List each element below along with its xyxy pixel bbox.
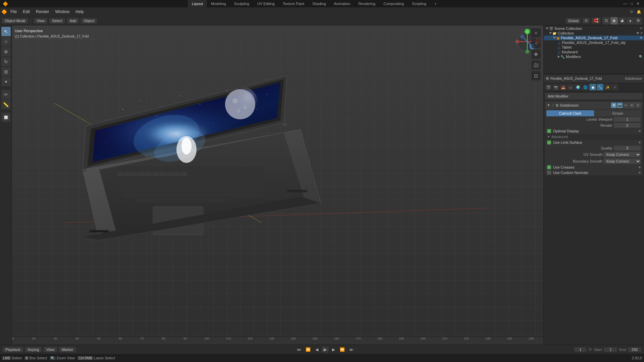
zoom-out-btn[interactable]: − [531, 39, 541, 48]
viewport-options-btn[interactable]: ⚙ [635, 17, 642, 24]
obj-vis[interactable]: 👁 [640, 36, 643, 40]
mod-expand-icon[interactable]: ▼ [547, 104, 550, 107]
viewport-shading-render[interactable]: ● [627, 17, 634, 24]
col-sel[interactable]: ↗ [640, 32, 643, 35]
tool-cursor[interactable]: ⊹ [1, 37, 11, 46]
tab-shading[interactable]: Shading [308, 0, 330, 7]
tree-main-obj[interactable]: ▣ Flexible_ASUS_Zenbook_17_Fold 👁 [544, 36, 644, 40]
snap-toggle[interactable]: 🧲 [592, 18, 600, 23]
mod-render-icon[interactable]: 📷 [617, 103, 623, 108]
add-menu[interactable]: Add [67, 18, 79, 23]
viewport-shading-wire[interactable]: ⊡ [602, 17, 610, 24]
props-physics-icon[interactable]: ⚛ [611, 84, 618, 90]
view-menu[interactable]: View [34, 18, 47, 23]
camera-btn[interactable]: 🎥 [531, 60, 541, 70]
tree-collection[interactable]: 📁 Collection 👁 ↗ [544, 31, 644, 36]
transform-orient[interactable]: Global [566, 18, 581, 23]
marker-menu[interactable]: Marker [59, 347, 76, 352]
mod-realtime-icon[interactable]: 👁 [611, 103, 616, 108]
next-keyframe-btn[interactable]: ⏩ [338, 347, 346, 353]
viewport-shading-solid[interactable]: ◉ [610, 17, 618, 24]
props-scene-icon[interactable]: 🎬 [545, 84, 552, 90]
select-menu[interactable]: Select [49, 18, 65, 23]
minimize-btn[interactable]: — [622, 1, 628, 6]
mod-editmode-icon[interactable]: ✏ [623, 103, 629, 108]
mod-close-icon[interactable]: ✕ [635, 103, 641, 108]
tree-modifiers[interactable]: 🔧 Modifiers 🔍 [544, 54, 644, 59]
header-icon-1[interactable]: ⚙ [629, 9, 635, 15]
tab-sculpting[interactable]: Sculpting [230, 0, 253, 7]
timeline-ruler-area[interactable]: 10 20 30 40 50 60 70 80 90 100 110 120 1… [0, 337, 543, 345]
menu-edit[interactable]: Edit [20, 9, 33, 15]
boundary-smooth-select[interactable]: Keep Corners [604, 159, 641, 164]
end-frame-input[interactable] [628, 347, 641, 352]
tree-tablet[interactable]: △ Tablet [544, 45, 644, 50]
pan-btn[interactable]: ✥ [531, 50, 541, 59]
tab-scripting[interactable]: Scripting [408, 0, 430, 7]
jump-start-btn[interactable]: ⏮ [296, 347, 302, 353]
playback-menu[interactable]: Playback [3, 347, 23, 352]
props-scene-props-icon[interactable]: 🌍 [575, 84, 581, 90]
transform-pivot[interactable]: ⊙ [583, 18, 590, 23]
3d-viewport[interactable]: X Y Z User Perspective (1) Collection | … [12, 25, 543, 353]
props-output-icon[interactable]: 📤 [560, 84, 567, 90]
modifier-search-icon[interactable]: 🔍 [639, 55, 643, 58]
tab-compositing[interactable]: Compositing [379, 0, 408, 7]
maximize-btn[interactable]: □ [630, 1, 634, 6]
menu-file[interactable]: File [8, 9, 19, 15]
tool-scale[interactable]: ⊞ [1, 67, 11, 76]
catmull-clark-tab[interactable]: Catmull-Clark [546, 110, 594, 116]
levels-viewport-input[interactable] [614, 117, 641, 122]
tool-rotate[interactable]: ↻ [1, 57, 11, 66]
visibility-icon[interactable]: 👁 [640, 27, 643, 30]
add-modifier-button[interactable]: Add Modifier [545, 93, 643, 100]
props-world-icon[interactable]: 🌐 [582, 84, 589, 90]
tab-uv-editing[interactable]: UV Editing [253, 0, 279, 7]
use-custom-normals-checkbox[interactable] [547, 171, 551, 175]
tab-modeling[interactable]: Modeling [207, 0, 230, 7]
tool-transform[interactable]: ✦ [1, 77, 11, 86]
menu-help[interactable]: Help [73, 9, 87, 15]
mod-check-icon[interactable]: ✓ [551, 103, 554, 108]
optimal-display-checkbox[interactable]: ✓ [547, 129, 551, 133]
tree-keyboard[interactable]: △ Keyboard [544, 50, 644, 54]
props-particles-icon[interactable]: ✨ [604, 84, 611, 90]
mode-dropdown[interactable]: Object Mode [2, 18, 28, 23]
tool-measure[interactable]: 📏 [1, 100, 11, 109]
tab-texture-paint[interactable]: Texture Paint [279, 0, 308, 7]
view-menu-timeline[interactable]: View [44, 347, 57, 352]
props-modifier-icon[interactable]: 🔧 [597, 84, 603, 90]
jump-end-btn[interactable]: ⏭ [348, 347, 355, 353]
tree-fold-obj[interactable]: △ Flexible_ASUS_Zenbook_17_Fold_obj [544, 40, 644, 45]
viewport-shading-material[interactable]: ◕ [619, 17, 626, 24]
props-view-layer-icon[interactable]: 🗂 [567, 84, 574, 90]
close-btn[interactable]: ✕ [635, 1, 641, 6]
quality-input[interactable] [614, 146, 641, 150]
col-vis[interactable]: 👁 [636, 32, 639, 35]
props-object-icon[interactable]: ▣ [589, 84, 596, 90]
prev-keyframe-btn[interactable]: ⏪ [304, 347, 312, 353]
tool-annotate[interactable]: ✏ [1, 90, 11, 99]
tree-scene-collection[interactable]: 🎬 Scene Collection 👁 [544, 26, 644, 31]
advanced-section[interactable]: ▼ Advanced [545, 134, 643, 140]
play-btn[interactable]: ▶ [322, 347, 329, 353]
use-creases-checkbox[interactable]: ✓ [547, 165, 551, 169]
menu-render[interactable]: Render [33, 9, 52, 15]
prev-frame-btn[interactable]: ◀ [314, 347, 320, 353]
tab-rendering[interactable]: Rendering [354, 0, 379, 7]
uv-smooth-select[interactable]: Keep Corners [604, 152, 641, 157]
object-menu[interactable]: Object [81, 18, 97, 23]
zoom-in-btn[interactable]: + [531, 28, 541, 38]
render-input[interactable] [614, 123, 641, 128]
props-render-icon[interactable]: 📷 [552, 84, 559, 90]
tab-layout[interactable]: Layout [188, 0, 207, 7]
tab-animation[interactable]: Animation [330, 0, 355, 7]
start-frame-input[interactable] [604, 347, 617, 352]
keying-menu[interactable]: Keying [25, 347, 42, 352]
mod-cage-icon[interactable]: ⊡ [629, 103, 635, 108]
tool-move[interactable]: ⊕ [1, 47, 11, 56]
header-icon-2[interactable]: 🔔 [635, 9, 643, 15]
tool-add-cube[interactable]: 🔲 [1, 113, 11, 122]
current-frame-input[interactable] [574, 347, 586, 352]
frame-all-btn[interactable]: ⊡ [531, 71, 541, 80]
